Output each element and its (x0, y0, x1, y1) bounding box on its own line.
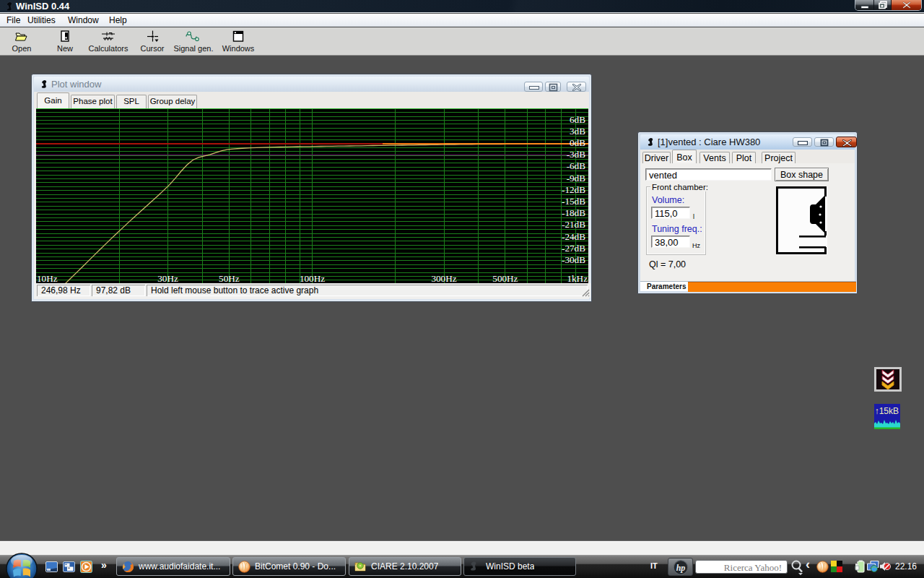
svg-text:0dB: 0dB (570, 137, 585, 148)
svg-text:-3dB: -3dB (567, 149, 586, 160)
svg-text:-18dB: -18dB (562, 207, 585, 218)
svg-text:300Hz: 300Hz (431, 273, 456, 283)
svg-text:50Hz: 50Hz (219, 273, 240, 283)
svg-text:↑15kB: ↑15kB (875, 406, 899, 416)
svg-text:3dB: 3dB (570, 126, 585, 137)
svg-text:-30dB: -30dB (562, 254, 585, 265)
svg-text:-15dB: -15dB (562, 196, 585, 207)
svg-text:hp: hp (676, 563, 686, 573)
svg-text:10Hz: 10Hz (37, 273, 58, 283)
svg-text:30Hz: 30Hz (157, 273, 178, 283)
svg-text:100Hz: 100Hz (300, 273, 325, 283)
svg-text:-24dB: -24dB (562, 231, 585, 242)
svg-text:-27dB: -27dB (562, 243, 585, 254)
svg-text:-12dB: -12dB (562, 184, 585, 195)
svg-text:-6dB: -6dB (567, 160, 586, 171)
svg-text:6dB: 6dB (570, 114, 585, 125)
svg-text:-21dB: -21dB (562, 219, 585, 230)
svg-text:500Hz: 500Hz (492, 273, 518, 283)
svg-text:1kHz: 1kHz (567, 273, 588, 283)
svg-text:-9dB: -9dB (567, 173, 586, 184)
